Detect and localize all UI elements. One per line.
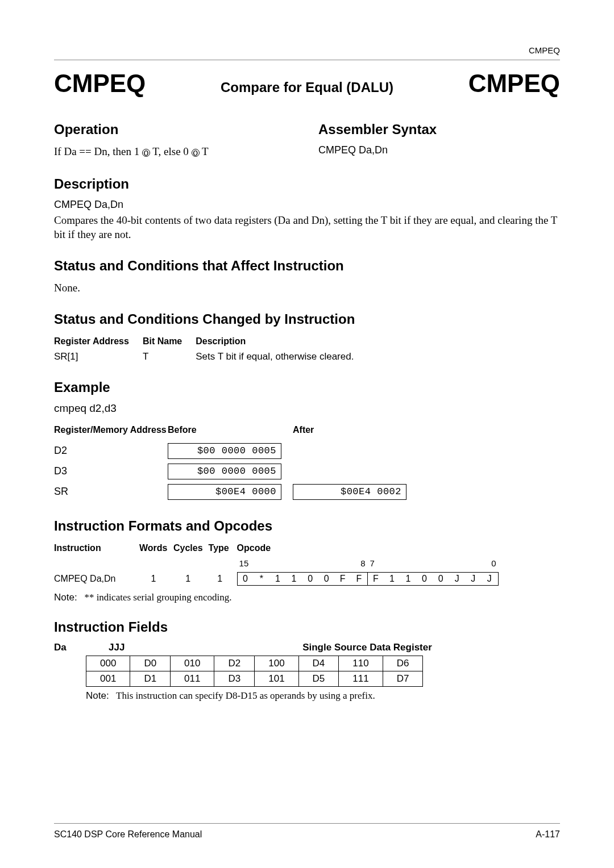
fields-heading: Instruction Fields: [54, 619, 560, 635]
field-cell: 100: [255, 656, 298, 671]
opcode-bit: F: [335, 573, 351, 585]
table-row: D2 $00 0000 0005: [54, 441, 413, 461]
table-row: 000 D0 010 D2 100 D4 110 D6: [86, 656, 423, 671]
page-header-tag: CMPEQ: [54, 45, 560, 60]
col-register-address: Register Address: [54, 334, 143, 350]
assembler-text: CMPEQ Da,Dn: [318, 144, 560, 156]
note-text: ** indicates serial grouping encoding.: [84, 592, 231, 603]
td-cycles: 1: [173, 570, 209, 587]
footer-left: SC140 DSP Core Reference Manual: [54, 829, 202, 840]
formats-table: Instruction Words Cycles Type Opcode 15 …: [54, 541, 504, 587]
description-sub: CMPEQ Da,Dn: [54, 199, 560, 211]
table-row: 001 D1 011 D3 101 D5 111 D7: [86, 671, 423, 686]
assembler-heading: Assembler Syntax: [318, 122, 560, 137]
col-type: Type: [209, 541, 237, 557]
opcode-bit: 1: [270, 573, 287, 585]
field-cell: 010: [171, 656, 214, 671]
td-instr: CMPEQ Da,Dn: [54, 570, 139, 587]
reg-label: SR: [54, 482, 168, 502]
note-label: Note:: [86, 690, 109, 701]
table-row: SR[1] T Sets T bit if equal, otherwise c…: [54, 350, 367, 364]
field-cell: D6: [383, 656, 423, 671]
after-value: $00E4 0002: [293, 484, 406, 500]
opcode-bit: J: [482, 573, 498, 585]
fields-table: 000 D0 010 D2 100 D4 110 D6 001 D1 011 D…: [86, 656, 423, 687]
before-value: $00 0000 0005: [168, 443, 281, 459]
col-after: After: [293, 423, 413, 441]
field-cell: D2: [214, 656, 255, 671]
bit-7: 7: [368, 558, 433, 568]
table-row: SR $00E4 0000 $00E4 0002: [54, 482, 413, 502]
op-text-2: T, else 0: [150, 145, 192, 157]
formats-note: Note: ** indicates serial grouping encod…: [54, 592, 560, 603]
note-label: Note:: [54, 592, 77, 603]
operation-text: If Da == Dn, then 1 o T, else 0 o T: [54, 144, 296, 159]
da-label: Da: [54, 642, 77, 653]
opcode-bit: J: [465, 573, 482, 585]
td-type: 1: [209, 570, 237, 587]
opcode-bit: 1: [400, 573, 417, 585]
jjj-label: JJJ: [109, 642, 143, 653]
field-cell: D4: [298, 656, 339, 671]
field-cell: D5: [298, 671, 339, 686]
formats-heading: Instruction Formats and Opcodes: [54, 518, 560, 534]
col-opcode: Opcode: [237, 541, 504, 557]
col-words: Words: [139, 541, 173, 557]
status-affect-heading: Status and Conditions that Affect Instru…: [54, 258, 560, 274]
description-heading: Description: [54, 176, 560, 192]
field-cell: D3: [214, 671, 255, 686]
bit-15: 15: [237, 558, 302, 568]
op-text-3: T: [200, 145, 209, 157]
page-footer: SC140 DSP Core Reference Manual A-117: [54, 823, 560, 840]
fields-subhead: Single Source Data Register: [175, 642, 560, 653]
field-cell: D7: [383, 671, 423, 686]
status-changed-table: Register Address Bit Name Description SR…: [54, 334, 367, 364]
reg-label: D3: [54, 461, 168, 482]
title-center: Compare for Equal (DALU): [221, 80, 393, 95]
after-blank: [293, 443, 406, 459]
opcode-bit: F: [367, 573, 384, 585]
td-desc: Sets T bit if equal, otherwise cleared.: [196, 350, 367, 364]
mnemonic-right: CMPEQ: [468, 69, 560, 98]
opcode-bit: 1: [286, 573, 302, 585]
op-text-1: If Da == Dn, then 1: [54, 145, 142, 157]
opcode-bit: F: [351, 573, 368, 585]
opcode-bit: 0: [417, 573, 433, 585]
opcode-bit: 0: [238, 573, 254, 585]
field-cell: 000: [86, 656, 130, 671]
bit-0: 0: [433, 558, 499, 568]
reg-label: D2: [54, 441, 168, 461]
opcode-bit: 0: [302, 573, 319, 585]
arrow-icon: o: [192, 149, 200, 157]
col-cycles: Cycles: [173, 541, 209, 557]
header-rule: [54, 60, 560, 60]
td-bit: T: [143, 350, 196, 364]
example-heading: Example: [54, 379, 560, 395]
example-table: Register/Memory Address Before After D2 …: [54, 423, 413, 502]
col-description: Description: [196, 334, 367, 350]
opcode-grid: 0 * 1 1 0 0 F F F 1 1 0 0 J J: [237, 572, 499, 586]
col-instr: Instruction: [54, 541, 139, 557]
opcode-bit: 0: [318, 573, 335, 585]
description-body: Compares the 40-bit contents of two data…: [54, 213, 560, 242]
field-cell: 110: [339, 656, 383, 671]
after-blank: [293, 464, 406, 479]
status-affect-body: None.: [54, 281, 560, 295]
field-cell: 001: [86, 671, 130, 686]
field-cell: 101: [255, 671, 298, 686]
col-before: Before: [168, 423, 293, 441]
before-value: $00E4 0000: [168, 484, 281, 500]
field-cell: D1: [130, 671, 171, 686]
status-changed-heading: Status and Conditions Changed by Instruc…: [54, 311, 560, 327]
td-address: SR[1]: [54, 350, 143, 364]
col-bit-name: Bit Name: [143, 334, 196, 350]
col-regmem: Register/Memory Address: [54, 423, 168, 441]
footer-right: A-117: [536, 829, 560, 840]
arrow-icon: o: [142, 149, 150, 157]
field-cell: D0: [130, 656, 171, 671]
table-row: CMPEQ Da,Dn 1 1 1 0 * 1 1 0 0 F F F: [54, 570, 504, 587]
before-value: $00 0000 0005: [168, 464, 281, 479]
td-words: 1: [139, 570, 173, 587]
opcode-bit: J: [449, 573, 466, 585]
bit-labels: 15 8 7 0: [237, 558, 499, 568]
